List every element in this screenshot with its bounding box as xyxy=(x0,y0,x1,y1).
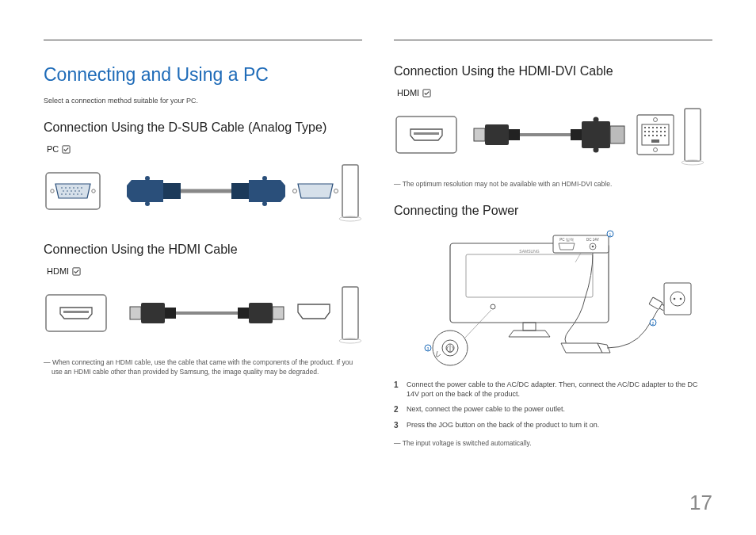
port-label-text: HDMI xyxy=(47,266,69,276)
svg-text:SAMSUNG: SAMSUNG xyxy=(519,249,539,254)
svg-point-20 xyxy=(81,193,82,195)
power-diagram: SAMSUNG PC 입력 DC 14V 1 xyxy=(394,227,712,370)
svg-point-86 xyxy=(592,246,594,248)
svg-point-13 xyxy=(74,190,76,192)
port-label-text: PC xyxy=(47,144,59,154)
svg-point-17 xyxy=(69,193,71,195)
svg-text:2: 2 xyxy=(652,320,655,325)
svg-rect-55 xyxy=(610,126,624,143)
svg-rect-51 xyxy=(571,129,582,140)
svg-rect-52 xyxy=(582,121,610,148)
svg-rect-65 xyxy=(664,127,666,128)
svg-rect-71 xyxy=(664,131,666,132)
svg-rect-62 xyxy=(652,127,654,128)
svg-point-23 xyxy=(145,201,150,206)
power-note: The input voltage is switched automatica… xyxy=(394,439,712,449)
step-item: 2Next, connect the power cable to the po… xyxy=(394,404,712,415)
svg-rect-21 xyxy=(163,183,181,199)
svg-point-104 xyxy=(680,298,682,300)
hdmi-dvi-note: The optimum resolution may not be availa… xyxy=(394,180,712,189)
step-text: Press the JOG button on the back of the … xyxy=(407,420,599,431)
hdmi-dvi-heading: Connection Using the HDMI-DVI Cable xyxy=(394,64,712,78)
svg-rect-37 xyxy=(165,308,176,319)
svg-rect-32 xyxy=(73,267,80,274)
step-text: Connect the power cable to the AC/DC ada… xyxy=(407,380,712,399)
svg-point-54 xyxy=(594,147,599,153)
svg-rect-67 xyxy=(648,131,650,132)
svg-point-9 xyxy=(81,187,82,189)
svg-rect-41 xyxy=(273,307,284,319)
hdmi-dvi-cable-illustration xyxy=(395,102,712,172)
svg-point-4 xyxy=(61,187,63,189)
svg-rect-74 xyxy=(652,135,654,136)
svg-rect-73 xyxy=(648,135,650,136)
svg-rect-78 xyxy=(651,139,659,143)
svg-point-57 xyxy=(654,118,658,122)
two-column-layout: Connecting and Using a PC Select a conne… xyxy=(44,40,712,449)
panel-left-label: PC 입력 xyxy=(559,238,574,242)
svg-rect-36 xyxy=(141,303,165,323)
svg-rect-75 xyxy=(656,135,658,136)
step-number: 3 xyxy=(394,420,400,431)
svg-line-100 xyxy=(659,308,663,311)
power-illustration: SAMSUNG PC 입력 DC 14V 1 xyxy=(403,227,704,370)
hdmi-cable-illustration xyxy=(44,281,361,350)
hdmi-dvi-diagram xyxy=(394,102,712,172)
svg-rect-30 xyxy=(342,165,358,217)
svg-point-10 xyxy=(63,190,64,192)
svg-point-6 xyxy=(69,187,71,189)
svg-rect-72 xyxy=(644,135,646,136)
svg-rect-0 xyxy=(63,145,70,152)
svg-rect-48 xyxy=(485,124,509,145)
step-text: Next, connect the power cable to the pow… xyxy=(407,404,565,415)
port-icon xyxy=(72,267,81,276)
svg-point-58 xyxy=(654,148,658,152)
svg-rect-44 xyxy=(423,89,430,96)
svg-rect-46 xyxy=(414,132,439,135)
intro-text: Select a connection method suitable for … xyxy=(44,97,362,105)
hdmi-port-label: HDMI xyxy=(47,266,362,276)
svg-rect-42 xyxy=(342,287,358,339)
hdmi-note: When connecting an HDMI cable, use the c… xyxy=(44,358,362,377)
svg-rect-77 xyxy=(664,135,666,136)
svg-rect-61 xyxy=(648,127,650,128)
port-icon xyxy=(422,89,431,97)
svg-point-18 xyxy=(73,193,74,195)
svg-text:1: 1 xyxy=(609,231,612,236)
svg-text:3: 3 xyxy=(427,346,430,350)
svg-point-16 xyxy=(65,193,67,195)
dsub-heading: Connection Using the D-SUB Cable (Analog… xyxy=(44,120,362,135)
svg-rect-60 xyxy=(644,127,646,128)
hdmi-diagram xyxy=(44,281,362,350)
svg-rect-47 xyxy=(474,128,485,141)
svg-rect-79 xyxy=(685,109,701,161)
svg-rect-34 xyxy=(63,311,89,313)
panel-right-label: DC 14V xyxy=(586,238,599,242)
hdmi-heading: Connection Using the HDMI Cable xyxy=(44,243,362,257)
step-number: 1 xyxy=(394,380,400,399)
svg-rect-63 xyxy=(656,127,658,128)
svg-rect-56 xyxy=(637,115,674,155)
svg-rect-40 xyxy=(249,303,273,323)
svg-point-19 xyxy=(77,193,78,195)
svg-point-103 xyxy=(674,298,676,300)
svg-point-15 xyxy=(61,193,63,195)
svg-rect-69 xyxy=(656,131,658,132)
dsub-cable-illustration xyxy=(44,159,361,228)
svg-point-8 xyxy=(77,187,78,189)
dsub-port-label: PC xyxy=(47,144,362,154)
svg-rect-25 xyxy=(231,183,249,199)
page-number: 17 xyxy=(689,491,712,515)
svg-rect-70 xyxy=(660,131,662,132)
svg-point-5 xyxy=(65,187,67,189)
svg-point-29 xyxy=(334,189,338,193)
svg-rect-68 xyxy=(652,131,654,132)
step-item: 3Press the JOG button on the back of the… xyxy=(394,420,712,431)
section-title: Connecting and Using a PC xyxy=(44,40,362,86)
svg-rect-64 xyxy=(660,127,662,128)
svg-point-7 xyxy=(73,187,74,189)
column-top-rule xyxy=(394,40,712,40)
svg-rect-90 xyxy=(523,323,536,331)
step-number: 2 xyxy=(394,404,400,415)
left-column: Connecting and Using a PC Select a conne… xyxy=(44,40,362,449)
